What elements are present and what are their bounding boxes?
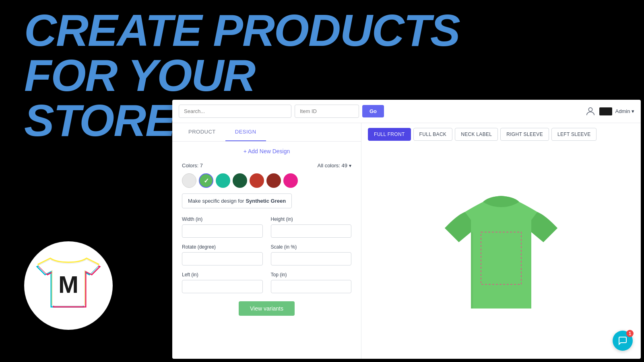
width-input[interactable] <box>182 224 263 238</box>
app-panel: Go Admin ▾ PRODUCT DESIGN + Add New Desi… <box>172 100 641 359</box>
item-id-input[interactable] <box>295 105 359 118</box>
colors-label: Colors: 7 <box>182 162 203 169</box>
pos-btn-neck-label[interactable]: NECK LABEL <box>455 128 498 141</box>
chat-badge: 1 <box>626 330 634 337</box>
pos-btn-full-back[interactable]: FULL BACK <box>413 128 453 141</box>
left-label: Left (in) <box>182 272 263 278</box>
svg-point-1 <box>588 107 592 111</box>
rotate-group: Rotate (degree) <box>182 244 263 265</box>
chat-icon <box>618 336 627 346</box>
pos-btn-right-sleeve[interactable]: RIGHT SLEEVE <box>500 128 549 141</box>
scale-input[interactable] <box>271 252 352 265</box>
hero-title-line1: CREATE PRODUCTS FOR YOUR <box>24 8 467 98</box>
colors-row: Colors: 7 All colors: 49 ▾ <box>182 162 351 169</box>
color-swatch-dark-red[interactable] <box>266 173 281 188</box>
top-bar-right: Admin ▾ <box>585 106 634 117</box>
left-group: Left (in) <box>182 272 263 293</box>
chat-button[interactable]: 1 <box>613 331 633 351</box>
tabs: PRODUCT DESIGN <box>172 123 361 142</box>
tshirt-svg <box>441 180 561 325</box>
search-input[interactable] <box>179 105 291 118</box>
content-area: PRODUCT DESIGN + Add New Design Colors: … <box>172 123 641 359</box>
top-group: Top (in) <box>271 272 352 293</box>
view-variants-button[interactable]: View variants <box>239 301 295 316</box>
top-label: Top (in) <box>271 272 352 278</box>
go-button[interactable]: Go <box>362 105 384 117</box>
rotate-scale-row: Rotate (degree) Scale (in %) <box>182 244 351 265</box>
position-buttons: FULL FRONTFULL BACKNECK LABELRIGHT SLEEV… <box>361 123 641 146</box>
top-input[interactable] <box>271 280 352 293</box>
pos-btn-left-sleeve[interactable]: LEFT SLEEVE <box>551 128 597 141</box>
color-swatch-teal[interactable] <box>216 173 230 188</box>
add-design-link[interactable]: + Add New Design <box>182 148 351 154</box>
height-label: Height (in) <box>271 216 352 222</box>
svg-text:M: M <box>58 271 78 298</box>
color-swatch-red[interactable] <box>250 173 264 188</box>
color-swatch-dark-green[interactable] <box>233 173 247 188</box>
left-input[interactable] <box>182 280 263 293</box>
colors-dropdown-arrow[interactable]: ▾ <box>349 163 351 169</box>
width-group: Width (in) <box>182 216 263 238</box>
height-group: Height (in) <box>271 216 352 238</box>
top-bar: Go Admin ▾ <box>172 100 641 123</box>
color-swatches <box>182 173 351 188</box>
left-top-row: Left (in) Top (in) <box>182 272 351 293</box>
scale-label: Scale (in %) <box>271 244 352 250</box>
right-panel: FULL FRONTFULL BACKNECK LABELRIGHT SLEEV… <box>361 123 641 359</box>
color-swatch-synthetic-green[interactable] <box>199 173 213 188</box>
tab-design[interactable]: DESIGN <box>225 123 266 141</box>
left-panel: PRODUCT DESIGN + Add New Design Colors: … <box>172 123 361 359</box>
tshirt-area <box>361 146 641 359</box>
scale-group: Scale (in %) <box>271 244 352 265</box>
tab-product[interactable]: PRODUCT <box>179 123 225 141</box>
all-colors-label: All colors: 49 <box>318 162 347 169</box>
width-label: Width (in) <box>182 216 263 222</box>
color-swatch-pink[interactable] <box>283 173 298 188</box>
rotate-label: Rotate (degree) <box>182 244 263 250</box>
specific-design-box: Make specific design for Synthetic Green <box>182 193 292 208</box>
specific-design-color: Synthetic Green <box>246 198 286 204</box>
design-section: + Add New Design Colors: 7 All colors: 4… <box>172 142 361 352</box>
admin-avatar <box>599 107 612 115</box>
admin-label[interactable]: Admin ▾ <box>615 108 634 114</box>
pos-btn-full-front[interactable]: FULL FRONT <box>368 128 411 141</box>
specific-design-text: Make specific design for <box>188 198 244 204</box>
user-icon <box>585 106 596 117</box>
rotate-input[interactable] <box>182 252 263 265</box>
width-height-row: Width (in) Height (in) <box>182 216 351 238</box>
height-input[interactable] <box>271 224 352 238</box>
color-swatch-white[interactable] <box>182 173 196 188</box>
logo-circle: M <box>24 241 113 330</box>
